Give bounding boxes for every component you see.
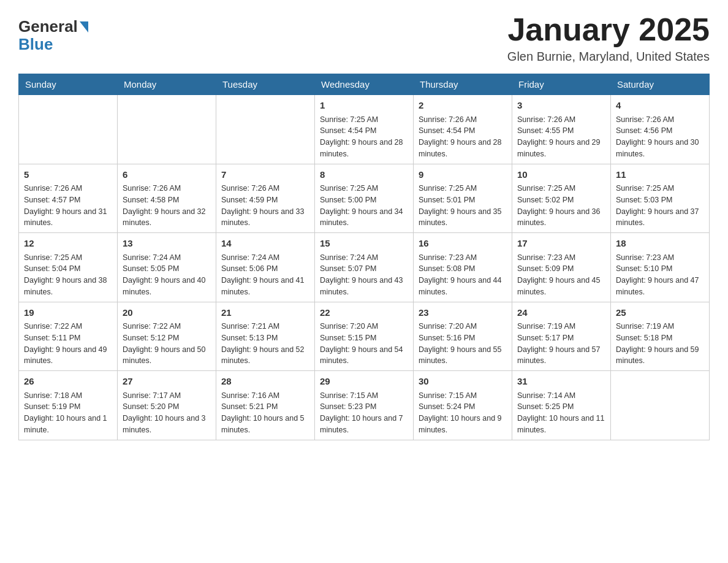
daylight-text: Daylight: 9 hours and 32 minutes. — [123, 206, 211, 229]
sunrise-text: Sunrise: 7:15 AM — [320, 390, 408, 402]
day-number: 8 — [320, 168, 408, 182]
day-number: 19 — [24, 306, 112, 320]
daylight-text: Daylight: 10 hours and 9 minutes. — [419, 413, 507, 436]
sunset-text: Sunset: 5:19 PM — [24, 401, 112, 413]
day-number: 31 — [517, 375, 605, 389]
sunrise-text: Sunrise: 7:26 AM — [24, 183, 112, 194]
daylight-text: Daylight: 9 hours and 43 minutes. — [320, 275, 408, 298]
day-number: 22 — [320, 306, 408, 320]
sunset-text: Sunset: 5:10 PM — [616, 263, 704, 275]
sunrise-text: Sunrise: 7:24 AM — [320, 252, 408, 264]
daylight-text: Daylight: 10 hours and 3 minutes. — [123, 413, 211, 436]
day-number: 24 — [517, 306, 605, 320]
daylight-text: Daylight: 9 hours and 35 minutes. — [419, 206, 507, 229]
col-header-friday: Friday — [512, 74, 611, 95]
sunrise-text: Sunrise: 7:16 AM — [221, 390, 309, 402]
sunrise-text: Sunrise: 7:23 AM — [616, 252, 704, 264]
day-number: 20 — [123, 306, 211, 320]
sunset-text: Sunset: 5:15 PM — [320, 332, 408, 344]
month-title: January 2025 — [507, 12, 710, 47]
sunrise-text: Sunrise: 7:25 AM — [24, 252, 112, 264]
daylight-text: Daylight: 10 hours and 11 minutes. — [517, 413, 605, 436]
sunset-text: Sunset: 5:17 PM — [517, 332, 605, 344]
day-number: 17 — [517, 237, 605, 251]
sunset-text: Sunset: 5:04 PM — [24, 263, 112, 275]
col-header-tuesday: Tuesday — [216, 74, 315, 95]
calendar-cell: 2Sunrise: 7:26 AMSunset: 4:54 PMDaylight… — [414, 95, 512, 164]
daylight-text: Daylight: 9 hours and 52 minutes. — [221, 344, 309, 367]
daylight-text: Daylight: 9 hours and 33 minutes. — [221, 206, 309, 229]
day-number: 11 — [616, 168, 704, 182]
calendar-cell: 6Sunrise: 7:26 AMSunset: 4:58 PMDaylight… — [118, 164, 216, 233]
daylight-text: Daylight: 9 hours and 41 minutes. — [221, 275, 309, 298]
daylight-text: Daylight: 9 hours and 30 minutes. — [616, 137, 704, 160]
col-header-wednesday: Wednesday — [315, 74, 414, 95]
sunrise-text: Sunrise: 7:24 AM — [221, 252, 309, 264]
day-number: 28 — [221, 375, 309, 389]
calendar-cell: 11Sunrise: 7:25 AMSunset: 5:03 PMDayligh… — [611, 164, 710, 233]
calendar-cell: 1Sunrise: 7:25 AMSunset: 4:54 PMDaylight… — [315, 95, 414, 164]
calendar-cell: 26Sunrise: 7:18 AMSunset: 5:19 PMDayligh… — [19, 371, 118, 440]
daylight-text: Daylight: 9 hours and 38 minutes. — [24, 275, 112, 298]
calendar-cell: 25Sunrise: 7:19 AMSunset: 5:18 PMDayligh… — [611, 302, 710, 371]
sunrise-text: Sunrise: 7:25 AM — [320, 114, 408, 126]
sunset-text: Sunset: 5:20 PM — [123, 401, 211, 413]
calendar-cell: 20Sunrise: 7:22 AMSunset: 5:12 PMDayligh… — [118, 302, 216, 371]
day-number: 14 — [221, 237, 309, 251]
calendar-cell: 15Sunrise: 7:24 AMSunset: 5:07 PMDayligh… — [315, 233, 414, 302]
sunrise-text: Sunrise: 7:15 AM — [419, 390, 507, 402]
sunrise-text: Sunrise: 7:25 AM — [616, 183, 704, 194]
col-header-sunday: Sunday — [19, 74, 118, 95]
day-number: 4 — [616, 99, 704, 113]
sunrise-text: Sunrise: 7:20 AM — [419, 321, 507, 332]
day-number: 26 — [24, 375, 112, 389]
sunset-text: Sunset: 4:54 PM — [419, 125, 507, 137]
sunrise-text: Sunrise: 7:26 AM — [517, 114, 605, 126]
sunrise-text: Sunrise: 7:26 AM — [419, 114, 507, 126]
calendar-cell: 16Sunrise: 7:23 AMSunset: 5:08 PMDayligh… — [414, 233, 512, 302]
sunset-text: Sunset: 4:55 PM — [517, 125, 605, 137]
calendar-cell: 17Sunrise: 7:23 AMSunset: 5:09 PMDayligh… — [512, 233, 611, 302]
sunset-text: Sunset: 4:54 PM — [320, 125, 408, 137]
sunset-text: Sunset: 5:18 PM — [616, 332, 704, 344]
calendar-cell: 9Sunrise: 7:25 AMSunset: 5:01 PMDaylight… — [414, 164, 512, 233]
sunrise-text: Sunrise: 7:20 AM — [320, 321, 408, 332]
daylight-text: Daylight: 10 hours and 1 minute. — [24, 413, 112, 436]
sunset-text: Sunset: 5:23 PM — [320, 401, 408, 413]
daylight-text: Daylight: 9 hours and 59 minutes. — [616, 344, 704, 367]
logo-blue-label: Blue — [18, 35, 88, 54]
sunset-text: Sunset: 5:06 PM — [221, 263, 309, 275]
daylight-text: Daylight: 9 hours and 40 minutes. — [123, 275, 211, 298]
calendar-cell: 10Sunrise: 7:25 AMSunset: 5:02 PMDayligh… — [512, 164, 611, 233]
day-number: 25 — [616, 306, 704, 320]
calendar-cell: 24Sunrise: 7:19 AMSunset: 5:17 PMDayligh… — [512, 302, 611, 371]
sunset-text: Sunset: 5:07 PM — [320, 263, 408, 275]
sunset-text: Sunset: 5:13 PM — [221, 332, 309, 344]
calendar-cell — [216, 95, 315, 164]
daylight-text: Daylight: 9 hours and 50 minutes. — [123, 344, 211, 367]
calendar-cell: 22Sunrise: 7:20 AMSunset: 5:15 PMDayligh… — [315, 302, 414, 371]
logo: General Blue — [18, 17, 88, 54]
day-number: 6 — [123, 168, 211, 182]
calendar-cell: 23Sunrise: 7:20 AMSunset: 5:16 PMDayligh… — [414, 302, 512, 371]
sunrise-text: Sunrise: 7:21 AM — [221, 321, 309, 332]
sunrise-text: Sunrise: 7:25 AM — [419, 183, 507, 194]
calendar-cell: 8Sunrise: 7:25 AMSunset: 5:00 PMDaylight… — [315, 164, 414, 233]
daylight-text: Daylight: 9 hours and 31 minutes. — [24, 206, 112, 229]
daylight-text: Daylight: 9 hours and 34 minutes. — [320, 206, 408, 229]
logo-top-row: General — [18, 17, 88, 36]
col-header-thursday: Thursday — [414, 74, 512, 95]
sunset-text: Sunset: 4:58 PM — [123, 194, 211, 206]
daylight-text: Daylight: 9 hours and 55 minutes. — [419, 344, 507, 367]
sunrise-text: Sunrise: 7:22 AM — [24, 321, 112, 332]
sunset-text: Sunset: 5:02 PM — [517, 194, 605, 206]
calendar-header-row: SundayMondayTuesdayWednesdayThursdayFrid… — [19, 74, 710, 95]
calendar-cell: 21Sunrise: 7:21 AMSunset: 5:13 PMDayligh… — [216, 302, 315, 371]
calendar-cell: 3Sunrise: 7:26 AMSunset: 4:55 PMDaylight… — [512, 95, 611, 164]
sunset-text: Sunset: 5:25 PM — [517, 401, 605, 413]
day-number: 21 — [221, 306, 309, 320]
day-number: 3 — [517, 99, 605, 113]
calendar-cell: 7Sunrise: 7:26 AMSunset: 4:59 PMDaylight… — [216, 164, 315, 233]
sunrise-text: Sunrise: 7:19 AM — [517, 321, 605, 332]
sunrise-text: Sunrise: 7:14 AM — [517, 390, 605, 402]
